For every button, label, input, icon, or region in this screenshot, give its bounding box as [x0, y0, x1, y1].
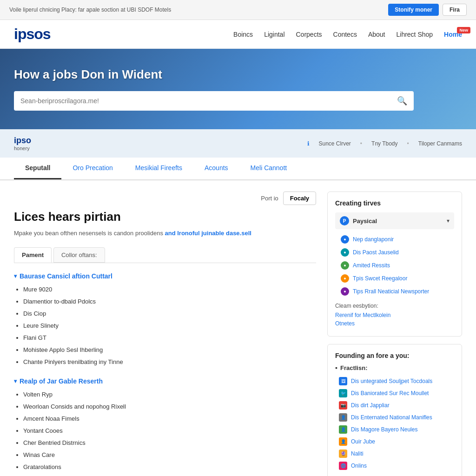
chevron-down-icon: ▾ [14, 273, 17, 279]
nav-about[interactable]: About [368, 31, 385, 38]
list-item[interactable]: 👤 Dis Magore Bayero Neules [339, 423, 454, 436]
list-item[interactable]: ● Tips Rrall Neaticial Newsporter [339, 285, 454, 298]
page-desc-link[interactable]: and lronoful juinable dase.sell [165, 230, 251, 237]
secondary-logo: ipso honery [14, 136, 31, 151]
section-baurase: ▾ Baurase Cansicl aftion Cuttarl Mure 90… [14, 272, 316, 368]
item-icon: ● [341, 274, 349, 283]
list-item: Amcent Noaa Fimels [23, 413, 316, 425]
list-item[interactable]: ● Tpis Swcet Reegaloor [339, 272, 454, 285]
section-realp-header[interactable]: ▾ Realp of Jar Gable Reserth [14, 377, 316, 385]
found-subtitle: ▪ Fractlisn: [335, 364, 454, 371]
fira-button[interactable]: Fira [443, 4, 467, 16]
stonify-button[interactable]: Stonify moner [388, 4, 439, 16]
list-item[interactable]: ● Dis Paost Jauselid [339, 246, 454, 259]
list-item: Pirmete Telainefiverry Steps Byretems [23, 473, 316, 476]
tab-meli[interactable]: Meli Cannott [239, 158, 298, 179]
list-item[interactable]: ● Nep danglaponir [339, 233, 454, 246]
list-item: Yontant Cooes [23, 425, 316, 437]
item-icon: 📷 [339, 401, 347, 410]
list-item[interactable]: 👤 Dis Enternated National Manifles [339, 411, 454, 423]
right-panel: Creating tirves P Paysical ▾ ● Nep dangl… [327, 192, 462, 476]
list-item: Gratarolations [23, 461, 316, 473]
list-item[interactable]: 🐦 Dis Baniorated Sur Rec Moullet [339, 387, 454, 399]
inner-tab-collor[interactable]: Collor oftans: [53, 247, 105, 263]
section-realp: ▾ Realp of Jar Gable Reserth Volten Ryp … [14, 377, 316, 476]
list-item[interactable]: ● Amited Ressits [339, 259, 454, 272]
list-item[interactable]: 🔮 Naliti [339, 448, 454, 460]
main-nav: Boincs Ligintal Corpects Contecs About L… [233, 31, 462, 38]
secondary-header: ipso honery ℹ Sunce Clrver • Tny Tbody •… [0, 129, 476, 158]
creating-tirves-title: Creating tirves [335, 199, 454, 207]
section-baurase-items: Mure 9020 Dlamentior to-dbald Pdolcs Dis… [14, 284, 316, 368]
secondary-nav-item-2[interactable]: Tny Tbody [371, 140, 397, 147]
item-icon: 👤 [339, 425, 347, 434]
clean-link-2[interactable]: Otnetes [335, 320, 454, 327]
page-title: Lices hears pirtian [14, 210, 316, 224]
list-item: Leure Slinety [23, 320, 316, 332]
item-icon: 🌐 [339, 462, 347, 470]
nav-boincs[interactable]: Boincs [233, 31, 253, 38]
nav-home[interactable]: Home New [444, 31, 462, 38]
chevron-down-icon: ▾ [447, 218, 450, 224]
item-icon: ● [341, 261, 349, 270]
list-item: Weorloan Consids and nopohog Rixell [23, 401, 316, 413]
list-item[interactable]: 📷 Dis dirt Jappliar [339, 399, 454, 411]
nav-lihrect-shop[interactable]: Lihrect Shop [396, 31, 433, 38]
found-links-list: 🖼 Dis untegrated Souljpet Tocdoals 🐦 Dis… [335, 375, 454, 472]
item-icon: 👤 [339, 437, 347, 446]
list-item[interactable]: 🌐 Onlins [339, 460, 454, 472]
hero-section: How a jobs Don in Wident 🔍 [0, 49, 476, 129]
section-realp-items: Volten Ryp Weorloan Consids and nopohog … [14, 389, 316, 476]
secondary-nav: ℹ Sunce Clrver • Tny Tbody • Tiloper Can… [307, 140, 463, 147]
paysical-icon: P [340, 216, 349, 225]
main-content: Port io Focaly Lices hears pirtian Mpake… [0, 180, 476, 476]
list-item[interactable]: 🖼 Dis untegrated Souljpet Tocdoals [339, 375, 454, 387]
founding-card: Founding an fore a you: ▪ Fractlisn: 🖼 D… [327, 344, 462, 476]
nav-ligintal[interactable]: Ligintal [264, 31, 284, 38]
portio-row: Port io Focaly [14, 192, 316, 205]
tab-oro-precation[interactable]: Oro Precation [61, 158, 124, 179]
creating-tirves-card: Creating tirves P Paysical ▾ ● Nep dangl… [327, 192, 462, 337]
item-icon: ● [341, 248, 349, 257]
clean-label: Cleam eesbytion: [335, 303, 454, 309]
list-item: Mure 9020 [23, 284, 316, 296]
item-icon: ● [341, 235, 349, 244]
secondary-nav-item-3[interactable]: Tiloper Canmams [418, 140, 462, 147]
search-input[interactable] [20, 97, 397, 105]
clean-link-1[interactable]: Rerenif for Mectlkolein [335, 312, 454, 318]
main-tabs: Seputall Oro Precation Mesikial Fireefts… [0, 158, 476, 180]
paysical-label: Paysical [353, 218, 377, 225]
secondary-nav-item-1[interactable]: Sunce Clrver [319, 140, 351, 147]
list-item: Chante Pinlyers trenilbating iny Tinne [23, 356, 316, 368]
search-icon[interactable]: 🔍 [397, 96, 407, 106]
list-item: Dis Ciop [23, 308, 316, 320]
list-item[interactable]: 👤 Ouir Jube [339, 436, 454, 448]
focaly-button[interactable]: Focaly [283, 192, 316, 205]
announcement-buttons: Stonify moner Fira [388, 4, 467, 16]
tab-seputall[interactable]: Seputall [14, 158, 61, 179]
tab-acounts[interactable]: Acounts [193, 158, 239, 179]
inner-tab-pament[interactable]: Pament [14, 247, 52, 263]
announcement-text: Voile liperul chnicing Placy: far apale … [9, 7, 171, 13]
section-baurase-header[interactable]: ▾ Baurase Cansicl aftion Cuttarl [14, 272, 316, 280]
info-icon: ℹ [307, 140, 310, 147]
nav-contecs[interactable]: Contecs [333, 31, 357, 38]
section-realp-title: Realp of Jar Gable Reserth [20, 377, 103, 385]
item-icon: 🔮 [339, 450, 347, 458]
item-icon: 👤 [339, 413, 347, 422]
page-description: Mpake you bean ofthen nesensels is cando… [14, 229, 316, 238]
chevron-down-icon: ▾ [14, 378, 17, 384]
tab-mesikial[interactable]: Mesikial Fireefts [124, 158, 193, 179]
item-icon: 🖼 [339, 377, 347, 385]
list-item: Flani GT [23, 332, 316, 344]
announcement-bar: Voile liperul chnicing Placy: far apale … [0, 0, 476, 20]
inner-tabs: Pament Collor oftans: [14, 247, 316, 263]
hero-title: How a jobs Don in Wident [14, 67, 462, 82]
list-item: Cher Bentried Distrnics [23, 437, 316, 449]
main-header: ipsos Boincs Ligintal Corpects Contecs A… [0, 20, 476, 49]
nav-corpects[interactable]: Corpects [296, 31, 322, 38]
paysical-dropdown[interactable]: P Paysical ▾ [335, 212, 454, 229]
founding-title: Founding an fore a you: [335, 352, 454, 359]
left-panel: Port io Focaly Lices hears pirtian Mpake… [14, 192, 316, 476]
list-item: Dlamentior to-dbald Pdolcs [23, 296, 316, 308]
